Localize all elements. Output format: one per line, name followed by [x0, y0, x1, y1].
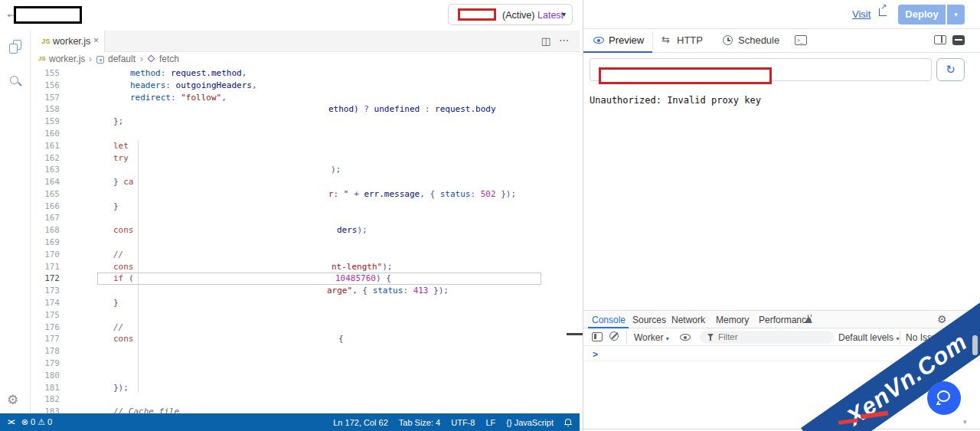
context-selector[interactable]: Worker ▾	[634, 332, 669, 343]
line-number[interactable]: 177	[31, 333, 60, 345]
code-line-176[interactable]: 176//	[31, 322, 580, 334]
code-line-158[interactable]: 158ethod) ? undefined : request.body	[31, 103, 580, 116]
line-number[interactable]: 174	[31, 297, 60, 309]
line-number[interactable]: 163	[31, 164, 60, 176]
line-number[interactable]: 179	[31, 358, 60, 370]
eol-type[interactable]: LF	[485, 418, 495, 427]
code-line-183[interactable]: 183// Cache file	[31, 406, 580, 413]
code-line-171[interactable]: 171consnt-length");	[31, 261, 580, 273]
docs-panel-icon[interactable]	[934, 35, 946, 44]
line-number[interactable]: 160	[31, 128, 60, 140]
line-number[interactable]: 169	[31, 237, 60, 249]
close-icon[interactable]: ×	[93, 35, 99, 46]
line-number[interactable]: 158	[31, 103, 60, 116]
code-line-182[interactable]: 182	[31, 393, 580, 406]
line-number[interactable]: 159	[31, 116, 60, 128]
line-number[interactable]: 157	[31, 92, 60, 104]
line-number[interactable]: 171	[31, 261, 60, 273]
code-editor[interactable]: 155method: request.method,156headers: ou…	[31, 67, 580, 413]
code-line-179[interactable]: 179	[31, 358, 580, 370]
line-number[interactable]: 175	[31, 309, 60, 322]
deploy-dropdown-button[interactable]: ▾	[947, 5, 965, 24]
feedback-chat-icon[interactable]	[952, 35, 965, 45]
code-line-178[interactable]: 178	[31, 345, 580, 358]
line-number[interactable]: 162	[31, 152, 60, 165]
problems-indicator[interactable]: ⊗ 0 ⚠ 0	[21, 417, 53, 427]
devtools-tab-sources[interactable]: Sources	[632, 315, 666, 325]
scrollbar-down-arrow[interactable]: ▾	[963, 418, 967, 426]
line-number[interactable]: 156	[31, 80, 60, 92]
scrollbar-thumb[interactable]	[972, 335, 978, 355]
support-chat-button[interactable]	[927, 381, 961, 415]
code-line-166[interactable]: 166}	[31, 201, 580, 213]
splitter-handle[interactable]	[567, 333, 583, 335]
tab-schedule[interactable]: Schedule	[738, 34, 779, 46]
code-line-162[interactable]: 162try	[31, 152, 580, 165]
code-line-168[interactable]: 168consders);	[31, 224, 580, 237]
line-number[interactable]: 167	[31, 212, 60, 224]
preview-url-input[interactable]	[590, 58, 932, 81]
tab-http[interactable]: HTTP	[677, 34, 703, 46]
clear-console-icon[interactable]	[609, 331, 619, 341]
deploy-button[interactable]: Deploy	[898, 5, 946, 24]
code-line-160[interactable]: 160	[31, 128, 580, 140]
code-line-156[interactable]: 156headers: outgoingHeaders,	[31, 80, 580, 92]
code-line-167[interactable]: 167	[31, 212, 580, 224]
more-actions-icon[interactable]: ⋯	[559, 34, 569, 46]
code-line-180[interactable]: 180	[31, 370, 580, 382]
console-prompt[interactable]: >	[593, 349, 598, 360]
filter-input[interactable]	[718, 331, 825, 342]
live-expression-eye-icon[interactable]	[680, 334, 692, 341]
split-editor-icon[interactable]: ◫	[541, 35, 550, 47]
visit-link[interactable]: Visit	[852, 8, 871, 20]
code-line-157[interactable]: 157redirect: "follow",	[31, 92, 580, 104]
log-levels-dropdown[interactable]: Default levels ▾	[838, 332, 899, 343]
line-number[interactable]: 176	[31, 322, 60, 334]
code-line-165[interactable]: 165r: " + err.message, { status: 502 });	[31, 188, 580, 201]
refresh-button[interactable]: ↻	[936, 58, 965, 81]
notifications-bell-icon[interactable]	[564, 419, 572, 426]
breadcrumb-symbol[interactable]: default	[108, 54, 136, 64]
language-mode[interactable]: {} JavaScript	[506, 418, 554, 427]
cursor-position[interactable]: Ln 172, Col 62	[333, 418, 388, 427]
code-line-181[interactable]: 181});	[31, 382, 580, 394]
devtools-settings-gear-icon[interactable]: ⚙	[937, 313, 947, 325]
code-line-164[interactable]: 164} ca	[31, 176, 580, 188]
code-line-177[interactable]: 177cons{	[31, 333, 580, 345]
dock-panel-icon[interactable]	[592, 332, 603, 341]
tab-worker-js[interactable]: JS worker.js ×	[31, 31, 105, 52]
terminal-icon[interactable]: >_	[795, 35, 807, 45]
code-line-169[interactable]: 169	[31, 237, 580, 249]
tab-preview[interactable]: Preview	[609, 34, 644, 46]
line-number[interactable]: 168	[31, 224, 60, 237]
code-line-175[interactable]: 175	[31, 309, 580, 322]
code-line-170[interactable]: 170//	[31, 249, 580, 261]
code-line-161[interactable]: 161let	[31, 140, 580, 152]
code-line-159[interactable]: 159};	[31, 116, 580, 128]
code-line-163[interactable]: 163);	[31, 164, 580, 176]
line-number[interactable]: 182	[31, 393, 60, 406]
devtools-tab-console[interactable]: Console	[592, 315, 626, 325]
code-line-155[interactable]: 155method: request.method,	[31, 67, 580, 80]
line-number[interactable]: 180	[31, 370, 60, 382]
devtools-tab-memory[interactable]: Memory	[716, 315, 749, 325]
encoding[interactable]: UTF-8	[451, 418, 475, 427]
remote-indicator-icon[interactable]: ><	[8, 418, 14, 426]
code-line-173[interactable]: 173arge", { status: 413 });	[31, 285, 580, 297]
line-number[interactable]: 181	[31, 382, 60, 394]
line-number[interactable]: 164	[31, 176, 60, 188]
line-number[interactable]: 166	[31, 201, 60, 213]
line-number[interactable]: 170	[31, 249, 60, 261]
tab-size[interactable]: Tab Size: 4	[399, 418, 440, 427]
line-number[interactable]: 165	[31, 188, 60, 201]
explorer-icon[interactable]	[9, 40, 23, 54]
line-number[interactable]: 172	[31, 273, 60, 285]
devtools-tab-performance[interactable]: Performance	[759, 315, 812, 325]
line-number[interactable]: 178	[31, 345, 60, 358]
breadcrumb-file[interactable]: worker.js	[49, 54, 85, 64]
search-icon[interactable]	[9, 75, 23, 89]
line-number[interactable]: 183	[31, 406, 60, 413]
code-line-174[interactable]: 174}	[31, 297, 580, 309]
line-number[interactable]: 155	[31, 67, 60, 80]
line-number[interactable]: 173	[31, 285, 60, 297]
